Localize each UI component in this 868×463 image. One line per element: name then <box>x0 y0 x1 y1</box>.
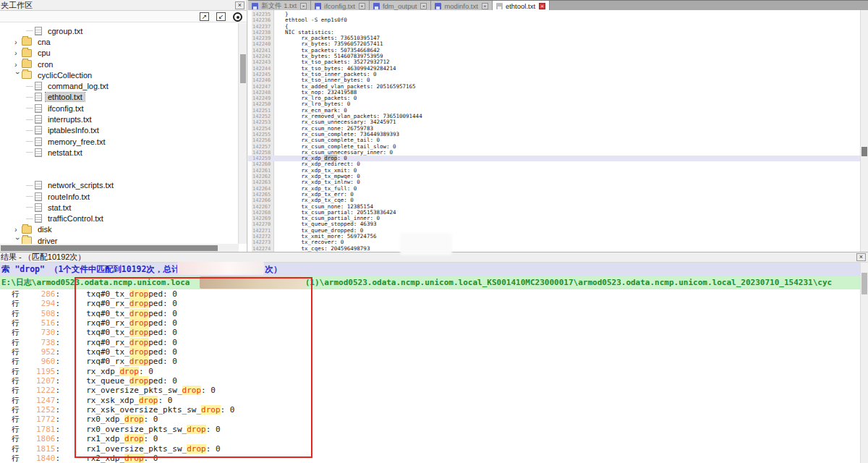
search-result-row[interactable]: 行1207:tx_queue_dropped: 0 <box>0 376 860 386</box>
tree-item-routeinfo-txt[interactable]: routeInfo.txt <box>0 191 239 202</box>
search-result-row[interactable]: 行508:txq#0_tx_dropped: 0 <box>0 309 860 318</box>
result-line-text: rx1_oversize_pkts_sw_drop: 0 <box>86 444 220 454</box>
editor-line[interactable]: 142237{ <box>248 24 868 30</box>
tree-item-label: cna <box>35 38 53 46</box>
line-number: 142265 <box>252 192 273 197</box>
line-number: 142244 <box>252 66 273 72</box>
workspace-close-icon[interactable]: × <box>235 1 244 9</box>
search-result-row[interactable]: 行1840:rx2_xdp_drop: 0 <box>0 454 860 463</box>
tab-close-icon[interactable]: × <box>420 3 427 9</box>
line-number: 142266 <box>252 197 273 203</box>
tree-hscroll-thumb[interactable] <box>1 245 218 251</box>
tree-item-ifconfig-txt[interactable]: ifconfig.txt <box>0 103 239 114</box>
search-result-row[interactable]: 行730:txq#0_tx_dropped: 0 <box>0 328 860 337</box>
tab-close-icon[interactable]: × <box>359 3 365 9</box>
collapse-all-icon[interactable]: ↙ <box>216 12 226 21</box>
tab-close-icon[interactable]: × <box>482 3 488 9</box>
tab-close-icon[interactable]: × <box>300 3 307 9</box>
folder-icon <box>22 49 32 57</box>
search-result-row[interactable]: 行1806:rx1_xdp_drop: 0 <box>0 434 860 443</box>
chevron-right-icon[interactable]: › <box>14 226 22 233</box>
editor-vscroll-thumb[interactable] <box>861 147 867 156</box>
search-result-row[interactable]: 行294:rxq#0_rx_dropped: 0 <box>0 299 860 308</box>
search-result-row[interactable]: 行286:txq#0_tx_dropped: 0 <box>0 289 860 299</box>
chevron-right-icon[interactable]: › <box>14 38 22 46</box>
file-icon <box>35 214 42 223</box>
line-number: 142271 <box>252 228 273 234</box>
tab-fdm-output[interactable]: fdm_output× <box>370 1 432 11</box>
match-highlight: drop <box>129 338 149 347</box>
result-line-number: 1195 <box>20 367 56 376</box>
search-summary-line[interactable]: 索 "drop" （1个文件中匹配到10192次，总计次） <box>0 263 860 276</box>
tree-item-trafficcontrol-txt[interactable]: trafficControl.txt <box>0 213 239 224</box>
results-panel-title: 结果 - （匹配10192次） <box>0 252 868 263</box>
search-result-row[interactable]: 行1772:rx0_xdp_drop: 0 <box>0 415 860 424</box>
line-number: 142273 <box>252 239 273 245</box>
tree-item-ethtool-txt[interactable]: ethtool.txt <box>0 92 239 103</box>
tree-item-network-scripts-txt[interactable]: network_scripts.txt <box>0 180 239 191</box>
tree-item-memory-free-txt[interactable]: memory_free.txt <box>0 136 239 147</box>
row-label: 行 <box>12 338 20 347</box>
tree-item-interrupts-txt[interactable]: interrupts.txt <box>0 114 239 124</box>
tab-ifconfig-txt[interactable]: ifconfig.txt× <box>311 1 370 11</box>
editor-vertical-scrollbar[interactable] <box>860 10 868 252</box>
chevron-right-icon[interactable]: › <box>14 49 22 56</box>
tree-item-driver[interactable]: ›driver <box>0 235 239 244</box>
chevron-down-icon[interactable]: › <box>14 72 22 79</box>
search-result-row[interactable]: 行1222:rx_oversize_pkts_sw_drop: 0 <box>0 386 860 395</box>
search-file-path-line[interactable]: E:\日志\armod0523.odata.ncmp.unicom.locaar… <box>0 276 860 289</box>
results-vertical-scrollbar[interactable] <box>860 263 868 463</box>
result-line-number: 294 <box>20 299 56 308</box>
tree-item-cgroup-txt[interactable]: cgroup.txt <box>0 25 239 36</box>
search-result-row[interactable]: 行738:rxq#0_rx_dropped: 0 <box>0 338 860 347</box>
search-result-row[interactable]: 行960:rxq#0_rx_dropped: 0 <box>0 357 860 366</box>
tree-vertical-scrollbar[interactable] <box>238 23 247 244</box>
chevron-right-icon[interactable]: › <box>14 61 22 68</box>
tree-item-disk[interactable]: ›disk <box>0 224 239 235</box>
expand-all-icon[interactable]: ↗ <box>200 12 209 21</box>
tree-item-label: network_scripts.txt <box>46 181 116 190</box>
search-result-row[interactable]: 行516:rxq#0_rx_dropped: 0 <box>0 318 860 328</box>
search-result-row[interactable]: 行1781:rx0_oversize_pkts_sw_drop: 0 <box>0 425 860 434</box>
search-result-row[interactable]: 行1252:rx_xsk_oversize_pkts_sw_drop: 0 <box>0 405 860 415</box>
tree-item-label: cpu <box>35 48 53 57</box>
editor-line[interactable]: 142236ethtool -S enp1s0f0 <box>248 17 868 23</box>
tree-item-cycliccollection[interactable]: ›cyclicCollection <box>0 69 239 80</box>
editor-body[interactable]: 142235}142236ethtool -S enp1s0f0142237{1… <box>248 10 868 252</box>
results-vscroll-thumb[interactable] <box>861 273 867 294</box>
tab--1-txt[interactable]: 新文件 1.txt× <box>248 1 311 11</box>
tab-modinfo-txt[interactable]: modinfo.txt× <box>431 1 492 11</box>
line-number: 142260 <box>252 161 273 167</box>
tree-item-label: cron <box>35 60 55 69</box>
tree-item-iptablesinfo-txt[interactable]: iptablesInfo.txt <box>0 125 239 136</box>
locate-file-icon[interactable] <box>233 12 242 22</box>
tree-item-label: memory_free.txt <box>46 137 107 146</box>
line-number: 142259 <box>252 156 273 161</box>
result-line-number: 1247 <box>20 396 56 405</box>
tree-vscroll-thumb[interactable] <box>240 54 246 83</box>
match-highlight: drop <box>139 396 158 405</box>
search-result-row[interactable]: 行952:txq#0_tx_dropped: 0 <box>0 347 860 357</box>
search-result-row[interactable]: 行1815:rx1_oversize_pkts_sw_drop: 0 <box>0 444 860 454</box>
tree-item-netstat-txt[interactable]: netstat.txt <box>0 147 239 158</box>
line-number: 142245 <box>252 72 273 77</box>
results-close-icon[interactable]: × <box>856 253 866 261</box>
result-line-text: rxq#0_rx_dropped: 0 <box>86 357 177 366</box>
tree-horizontal-scrollbar[interactable] <box>0 244 239 252</box>
tree-item-command-log-txt[interactable]: command_log.txt <box>0 80 239 91</box>
search-result-row[interactable]: 行1195:rx_xdp_drop: 0 <box>0 367 860 376</box>
tree-item-cpu[interactable]: ›cpu <box>0 48 239 59</box>
tree-item-stat-txt[interactable]: stat.txt <box>0 202 239 213</box>
result-line-text: rxq#0_rx_dropped: 0 <box>86 299 177 308</box>
tab-ethtool-txt[interactable]: ethtool.txt× <box>493 1 550 11</box>
row-label: 行 <box>12 405 20 415</box>
line-number: 142239 <box>252 35 273 41</box>
chevron-down-icon[interactable]: › <box>14 237 22 244</box>
search-result-row[interactable]: 行1247:rx_xsk_xdp_drop: 0 <box>0 396 860 405</box>
tree-item-cron[interactable]: ›cron <box>0 59 239 69</box>
line-number: 142235 <box>252 12 273 17</box>
tab-close-icon[interactable]: × <box>539 3 545 9</box>
tree-item-label: stat.txt <box>46 203 73 212</box>
row-label: 行 <box>12 434 20 443</box>
tree-item-cna[interactable]: ›cna <box>0 36 239 47</box>
